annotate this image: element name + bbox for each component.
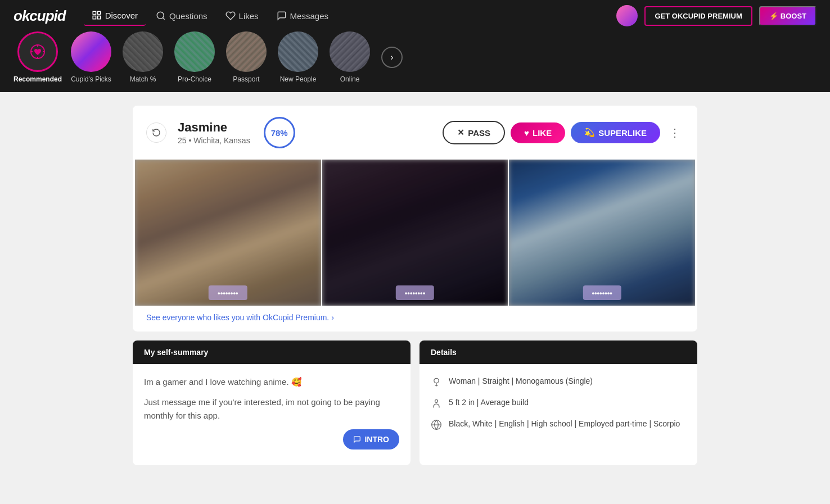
boost-button[interactable]: ⚡ BOOST xyxy=(759,6,817,26)
category-label-online: Online xyxy=(340,75,360,83)
category-pro-choice[interactable]: Pro-Choice xyxy=(172,31,217,83)
photo-3-overlay: •••••••• xyxy=(583,285,621,300)
superlike-button[interactable]: 💫 SUPERLIKE xyxy=(571,122,660,143)
category-label-recommended: Recommended xyxy=(13,75,62,83)
photo-2[interactable]: •••••••• xyxy=(322,160,508,306)
intro-button[interactable]: INTRO xyxy=(343,429,399,449)
detail-gender-text: Woman | Straight | Monogamous (Single) xyxy=(449,375,593,387)
photo-2-overlay: •••••••• xyxy=(396,285,434,300)
heart-nav-icon xyxy=(225,11,236,21)
detail-height-text: 5 ft 2 in | Average build xyxy=(449,397,529,408)
more-options-button[interactable]: ⋮ xyxy=(666,124,684,142)
profile-name: Jasmine xyxy=(178,120,250,135)
user-avatar[interactable] xyxy=(616,5,638,26)
pass-button[interactable]: ✕ PASS xyxy=(443,121,505,144)
detail-ethnicity-text: Black, White | English | High school | E… xyxy=(449,418,680,430)
svg-rect-1 xyxy=(97,11,100,14)
details-title: Details xyxy=(431,348,457,357)
category-recommended[interactable]: Recommended xyxy=(13,31,62,83)
header-right: GET OKCUPID PREMIUM ⚡ BOOST xyxy=(616,5,817,26)
profile-header: Jasmine 25 • Wichita, Kansas 78% ✕ PASS … xyxy=(133,106,697,160)
details-header: Details xyxy=(419,340,697,364)
self-summary-header: My self-summary xyxy=(133,340,411,364)
height-icon xyxy=(431,398,442,409)
category-thumb-match xyxy=(123,31,163,72)
gender-icon xyxy=(431,376,442,388)
svg-point-4 xyxy=(157,12,164,19)
main-content: Jasmine 25 • Wichita, Kansas 78% ✕ PASS … xyxy=(106,92,724,479)
category-next-button[interactable]: › xyxy=(381,47,403,68)
nav-questions[interactable]: Questions xyxy=(148,6,215,25)
match-circle: 78% xyxy=(264,117,295,148)
profile-name-block: Jasmine 25 • Wichita, Kansas xyxy=(178,120,250,145)
detail-height-row: 5 ft 2 in | Average build xyxy=(431,397,686,409)
refresh-icon xyxy=(152,128,161,137)
category-label-match: Match % xyxy=(130,75,156,83)
discover-icon xyxy=(92,10,102,20)
details-row: My self-summary Im a gamer and I love wa… xyxy=(133,340,697,465)
category-label-new-people: New People xyxy=(280,75,317,83)
photo-3[interactable]: •••••••• xyxy=(509,160,695,306)
nav-discover[interactable]: Discover xyxy=(84,6,146,26)
detail-ethnicity-row: Black, White | English | High school | E… xyxy=(431,418,686,430)
photo-1[interactable]: •••••••• xyxy=(135,160,321,306)
svg-point-13 xyxy=(435,399,438,402)
category-thumb-new-people xyxy=(278,31,318,72)
like-button[interactable]: ♥ LIKE xyxy=(511,122,565,143)
logo[interactable]: okcupid xyxy=(13,7,66,25)
category-new-people[interactable]: New People xyxy=(276,31,321,83)
heart-icon: ♥ xyxy=(524,128,529,138)
profile-age-location: 25 • Wichita, Kansas xyxy=(178,136,250,145)
category-label-pro-choice: Pro-Choice xyxy=(178,75,211,83)
premium-button[interactable]: GET OKCUPID PREMIUM xyxy=(644,6,752,26)
nav-messages[interactable]: Messages xyxy=(269,6,336,25)
nav-likes[interactable]: Likes xyxy=(218,6,267,25)
superlike-icon: 💫 xyxy=(584,128,595,138)
svg-rect-2 xyxy=(93,16,96,19)
boost-lightning-icon: ⚡ xyxy=(769,12,778,20)
premium-prompt-link[interactable]: See everyone who likes you with OkCupid … xyxy=(146,313,334,322)
action-buttons: ✕ PASS ♥ LIKE 💫 SUPERLIKE ⋮ xyxy=(443,121,684,144)
category-passport[interactable]: Passport xyxy=(224,31,269,83)
detail-gender-row: Woman | Straight | Monogamous (Single) xyxy=(431,375,686,388)
category-cupids-picks[interactable]: Cupid's Picks xyxy=(69,31,114,83)
category-thumb-passport xyxy=(226,31,267,72)
details-card: Details Woman | Straight | Monogamous (S… xyxy=(419,340,697,465)
chat-icon xyxy=(353,435,361,443)
message-nav-icon xyxy=(277,11,287,21)
category-label-cupids-picks: Cupid's Picks xyxy=(71,75,111,83)
self-summary-title: My self-summary xyxy=(144,348,208,357)
self-summary-card: My self-summary Im a gamer and I love wa… xyxy=(133,340,411,465)
intro-button-wrap: INTRO xyxy=(144,429,399,454)
questions-icon xyxy=(156,11,166,21)
category-thumb-pro-choice xyxy=(174,31,215,72)
category-bar: Recommended Cupid's Picks Match % Pro-Ch… xyxy=(0,31,830,92)
category-match[interactable]: Match % xyxy=(120,31,165,83)
premium-prompt: See everyone who likes you with OkCupid … xyxy=(133,306,697,332)
svg-rect-3 xyxy=(97,16,100,19)
category-thumb-online xyxy=(330,31,370,72)
nav-bar: Discover Questions Likes Messages xyxy=(84,6,336,26)
details-body: Woman | Straight | Monogamous (Single) 5… xyxy=(419,364,697,451)
category-label-passport: Passport xyxy=(233,75,259,83)
self-summary-body: Im a gamer and I love watching anime. 🥰 … xyxy=(133,364,411,465)
globe-icon xyxy=(431,419,442,430)
svg-point-10 xyxy=(434,378,439,383)
x-icon: ✕ xyxy=(457,128,464,138)
refresh-button[interactable] xyxy=(146,122,166,143)
match-percent: 78% xyxy=(271,128,288,138)
category-online[interactable]: Online xyxy=(327,31,372,83)
category-thumb-cupids-picks xyxy=(71,31,111,72)
photos-grid: •••••••• •••••••• •••••••• xyxy=(133,160,697,306)
photo-1-overlay: •••••••• xyxy=(209,285,247,300)
top-nav: okcupid Discover Questions Likes Message… xyxy=(0,0,830,31)
summary-text: Im a gamer and I love watching anime. 🥰 … xyxy=(144,375,399,423)
sun-heart-icon xyxy=(29,43,47,61)
profile-card: Jasmine 25 • Wichita, Kansas 78% ✕ PASS … xyxy=(133,106,697,332)
category-thumb-recommended xyxy=(17,31,58,72)
svg-rect-0 xyxy=(93,11,96,14)
